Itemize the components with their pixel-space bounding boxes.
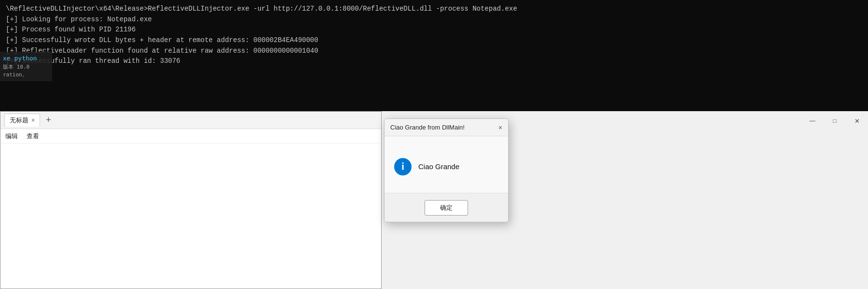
minimize-button[interactable]: — [801,112,824,130]
dialog-message: Ciao Grande [418,162,459,171]
dialog-body: i Ciao Grande [384,136,508,193]
dialog-ok-button[interactable]: 确定 [425,200,468,216]
notepad-tab[interactable]: 无标题 × [4,114,40,127]
notepad-tab-add-button[interactable]: + [43,116,54,125]
terminal-line-6: [+] Successufully ran thread with id: 33… [6,56,862,67]
dialog-box: Ciao Grande from DllMain! × i Ciao Grand… [384,118,509,222]
terminal-line-3: [+] Process found with PID 21196 [6,25,862,35]
notepad-titlebar: 无标题 × + [0,112,381,129]
python-label: xe python [3,54,49,63]
dialog-titlebar: Ciao Grande from DllMain! × [384,119,508,136]
notepad-window: 无标题 × + 编辑 查看 [0,111,382,289]
close-button[interactable]: ✕ [846,112,868,130]
terminal-window: \ReflectiveDLLInjector\x64\Release>Refle… [0,0,868,111]
notepad-menubar: 编辑 查看 [0,129,381,144]
dialog-title: Ciao Grande from DllMain! [390,124,465,131]
python-side-panel: xe python 版本 10.0 ration。 [0,52,52,81]
terminal-line-2: [+] Looking for process: Notepad.exe [6,14,862,25]
notepad-tab-title: 无标题 [10,116,28,125]
terminal-line-4: [+] Successfully wrote DLL bytes + heade… [6,35,862,46]
dialog-info-icon: i [394,158,412,175]
dialog-close-button[interactable]: × [498,124,502,131]
notepad-content[interactable] [0,144,381,289]
python-desc: ration。 [3,71,49,79]
window-controls: — □ ✕ [801,112,868,130]
dialog-footer: 确定 [384,193,508,222]
notepad-menu-edit[interactable]: 编辑 [5,132,18,141]
terminal-line-1: \ReflectiveDLLInjector\x64\Release>Refle… [6,4,862,14]
python-version: 版本 10.0 [3,63,49,72]
terminal-line-5: [+] ReflectiveLoader function found at r… [6,46,862,57]
notepad-menu-view[interactable]: 查看 [27,132,39,141]
maximize-button[interactable]: □ [824,112,846,130]
notepad-tab-close-button[interactable]: × [31,117,35,124]
